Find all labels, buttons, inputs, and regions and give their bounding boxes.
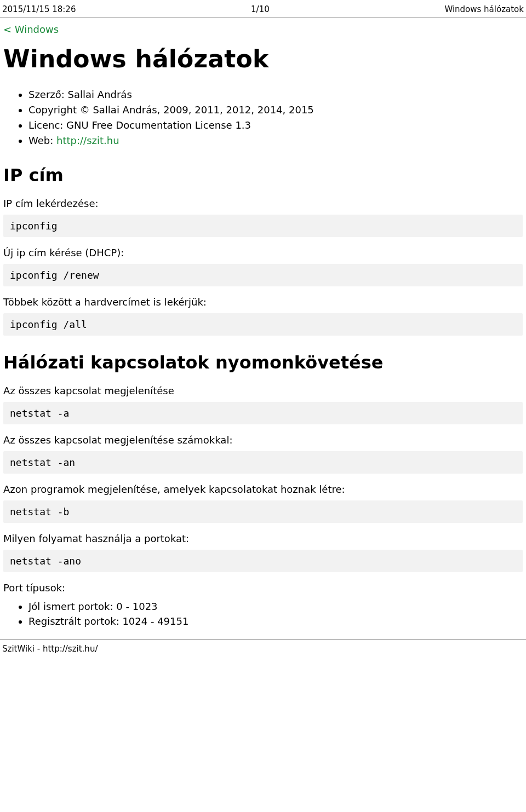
meta-author: Szerző: Sallai András [28, 87, 523, 102]
ip-p2: Új ip cím kérése (DHCP): [3, 247, 523, 258]
meta-license: Licenc: GNU Free Documentation License 1… [28, 118, 523, 133]
header-page-number: 1/10 [251, 4, 270, 14]
header-rule [0, 18, 526, 18]
page-footer: SzitWiki - http://szit.hu/ [0, 642, 526, 658]
footer-rule [0, 639, 526, 640]
ip-p3: Többek között a hardvercímet is lekérjük… [3, 296, 523, 308]
ip-code-2: ipconfig /renew [3, 264, 523, 286]
page-title: Windows hálózatok [3, 45, 523, 73]
ip-code-3: ipconfig /all [3, 313, 523, 336]
meta-web: Web: http://szit.hu [28, 133, 523, 148]
content: < Windows Windows hálózatok Szerző: Sall… [0, 24, 526, 629]
header-datetime: 2015/11/15 18:26 [2, 4, 76, 14]
meta-author-label: Szerző: [28, 89, 65, 100]
port-types-list: Jól ismert portok: 0 - 1023 Regisztrált … [3, 599, 523, 630]
meta-web-link[interactable]: http://szit.hu [56, 135, 119, 146]
port-types-item-wellknown: Jól ismert portok: 0 - 1023 [28, 599, 523, 614]
net-code-2: netstat -an [3, 451, 523, 474]
net-p3: Azon programok megjelenítése, amelyek ka… [3, 483, 523, 495]
net-code-4: netstat -ano [3, 550, 523, 572]
page-header: 2015/11/15 18:26 1/10 Windows hálózatok [0, 0, 526, 16]
ip-p1: IP cím lekérdezése: [3, 198, 523, 209]
meta-list: Szerző: Sallai András Copyright © Sallai… [3, 87, 523, 148]
back-link[interactable]: < Windows [3, 24, 59, 35]
net-p4: Milyen folyamat használja a portokat: [3, 533, 523, 544]
section-ip-heading: IP cím [3, 165, 523, 186]
meta-web-label: Web: [28, 135, 56, 146]
meta-author-name: Sallai András [68, 89, 132, 100]
page: 2015/11/15 18:26 1/10 Windows hálózatok … [0, 0, 526, 658]
ip-code-1: ipconfig [3, 215, 523, 237]
section-net-heading: Hálózati kapcsolatok nyomonkövetése [3, 352, 523, 373]
net-code-3: netstat -b [3, 500, 523, 523]
port-types-item-registered: Regisztrált portok: 1024 - 49151 [28, 614, 523, 629]
net-p1: Az összes kapcsolat megjelenítése [3, 385, 523, 396]
net-code-1: netstat -a [3, 402, 523, 424]
header-doc-title: Windows hálózatok [444, 4, 524, 14]
meta-copyright: Copyright © Sallai András, 2009, 2011, 2… [28, 102, 523, 118]
net-p5: Port típusok: [3, 582, 523, 594]
net-p2: Az összes kapcsolat megjelenítése számok… [3, 434, 523, 446]
